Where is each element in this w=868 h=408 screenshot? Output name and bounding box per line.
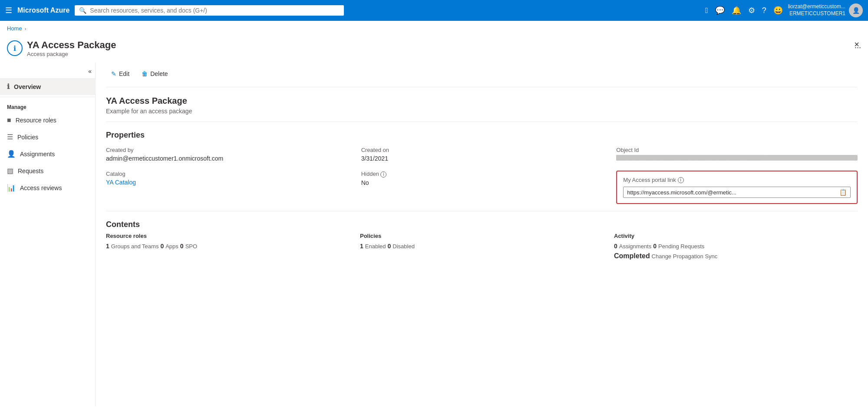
page-header-titles: YA Access Package Access package: [27, 39, 845, 57]
page-header: ℹ YA Access Package Access package ... ×: [0, 36, 868, 63]
page-header-icon: ℹ: [7, 40, 23, 56]
brand-name: Microsoft Azure: [17, 7, 69, 14]
edit-icon: ✎: [111, 70, 116, 77]
help-icon[interactable]: ?: [762, 6, 766, 15]
object-id-label: Object Id: [616, 147, 858, 153]
resource-description: Example for an access package: [106, 108, 858, 115]
search-bar: 🔍: [75, 5, 344, 16]
object-id-value: ████████████████████████████████████: [616, 155, 858, 161]
user-menu[interactable]: liorzat@ermeticcustom... ERMETICCUSTOMER…: [788, 3, 863, 17]
search-icon: 🔍: [79, 7, 86, 14]
assignments-icon: 👤: [7, 150, 16, 158]
contents-title: Contents: [106, 220, 858, 229]
hidden-label: Hidden i: [361, 171, 603, 178]
portal-link-info-icon[interactable]: i: [678, 177, 684, 183]
prop-created-on: Created on 3/31/2021: [361, 147, 603, 162]
breadcrumb-chevron: ›: [25, 26, 26, 31]
hidden-value: No: [361, 179, 603, 186]
rr-label-1: Groups and Teams: [111, 243, 159, 250]
delete-button[interactable]: 🗑 Delete: [136, 68, 173, 80]
prop-catalog: Catalog YA Catalog: [106, 171, 347, 204]
resource-roles-icon: ■: [7, 116, 11, 124]
access-reviews-icon: 📊: [7, 184, 16, 192]
sidebar-item-label-resource-roles: Resource roles: [16, 117, 56, 124]
notifications-icon[interactable]: 🔔: [732, 6, 741, 15]
contents-resource-roles: Resource roles 1 Groups and Teams 0 Apps…: [106, 233, 350, 260]
act-label-1: Assignments: [619, 243, 651, 250]
policies-icon: ☰: [7, 133, 13, 141]
rr-num-2: 0: [160, 243, 164, 250]
edit-button[interactable]: ✎ Edit: [106, 68, 135, 80]
act-label-2: Pending Requests: [658, 243, 704, 250]
properties-grid: Created by admin@ermeticcustomer1.onmicr…: [106, 147, 858, 204]
sidebar-item-label-access-reviews: Access reviews: [20, 184, 62, 191]
divider-1: [106, 122, 858, 122]
account-icon[interactable]: 😀: [773, 6, 783, 15]
sidebar-item-requests[interactable]: ▧ Requests: [0, 162, 95, 179]
contents-activity: Activity 0 Assignments 0 Pending Request…: [614, 233, 858, 260]
properties-title: Properties: [106, 131, 858, 140]
created-on-value: 3/31/2021: [361, 155, 603, 162]
rr-label-2: Apps: [165, 243, 178, 250]
sidebar-item-access-reviews[interactable]: 📊 Access reviews: [0, 179, 95, 196]
contents-section: Contents Resource roles 1 Groups and Tea…: [106, 220, 858, 260]
sidebar-collapse: «: [0, 66, 95, 78]
pol-label-2: Disabled: [393, 243, 415, 250]
catalog-label: Catalog: [106, 171, 347, 177]
sidebar-item-policies[interactable]: ☰ Policies: [0, 128, 95, 145]
portal-link-input[interactable]: [627, 189, 837, 196]
user-tenant: ERMETICCUSTOMER1: [788, 10, 845, 17]
copy-icon[interactable]: 📋: [839, 189, 847, 196]
main-content: ✎ Edit 🗑 Delete YA Access Package Exampl…: [96, 63, 868, 406]
sidebar: « ℹ Overview Manage ■ Resource roles ☰ P…: [0, 63, 96, 406]
created-on-label: Created on: [361, 147, 603, 153]
collapse-icon[interactable]: «: [88, 68, 92, 75]
breadcrumb-home[interactable]: Home: [7, 25, 22, 32]
sidebar-item-resource-roles[interactable]: ■ Resource roles: [0, 112, 95, 128]
sidebar-divider: [0, 97, 95, 97]
properties-section: Properties Created by admin@ermeticcusto…: [106, 131, 858, 204]
contents-policies-title: Policies: [360, 233, 604, 239]
created-by-label: Created by: [106, 147, 347, 153]
cloud-shell-icon[interactable]: : [705, 6, 708, 15]
sidebar-item-label-requests: Requests: [18, 168, 43, 174]
hidden-info-icon[interactable]: i: [380, 171, 386, 178]
portal-link-box: My Access portal link i 📋: [616, 171, 858, 204]
info-circle-icon: ℹ: [13, 44, 16, 53]
divider-2: [106, 211, 858, 211]
contents-activity-title: Activity: [614, 233, 858, 239]
contents-resource-roles-title: Resource roles: [106, 233, 350, 239]
close-button[interactable]: ×: [854, 39, 859, 49]
delete-label: Delete: [150, 70, 168, 77]
contents-grid: Resource roles 1 Groups and Teams 0 Apps…: [106, 233, 858, 260]
completed-sub: Change Propagation Sync: [652, 253, 718, 260]
sidebar-item-overview[interactable]: ℹ Overview: [0, 78, 95, 95]
user-avatar[interactable]: 👤: [849, 3, 863, 17]
prop-hidden: Hidden i No: [361, 171, 603, 204]
act-num-1: 0: [614, 243, 617, 250]
hamburger-menu[interactable]: ☰: [5, 6, 12, 15]
user-name: liorzat@ermeticcustom...: [788, 3, 845, 10]
portal-link-input-row: 📋: [623, 187, 851, 198]
act-num-2: 0: [653, 243, 657, 250]
prop-portal-link: My Access portal link i 📋: [616, 171, 858, 204]
search-input[interactable]: [90, 7, 340, 14]
delete-icon: 🗑: [142, 70, 148, 77]
created-by-value: admin@ermeticcustomer1.onmicrosoft.com: [106, 155, 347, 162]
contents-policies-stats: 1 Enabled 0 Disabled: [360, 243, 604, 250]
breadcrumb: Home ›: [0, 21, 868, 36]
sidebar-item-assignments[interactable]: 👤 Assignments: [0, 145, 95, 162]
main-layout: « ℹ Overview Manage ■ Resource roles ☰ P…: [0, 63, 868, 406]
rr-label-3: SPO: [185, 243, 197, 250]
pol-label-1: Enabled: [365, 243, 386, 250]
settings-icon[interactable]: ⚙: [748, 6, 755, 15]
catalog-value[interactable]: YA Catalog: [106, 179, 136, 186]
feedback-icon[interactable]: 💬: [715, 6, 725, 15]
sidebar-item-label-policies: Policies: [17, 134, 38, 141]
activity-completed-row: Completed Change Propagation Sync: [614, 252, 858, 260]
pol-num-1: 1: [360, 243, 363, 250]
sidebar-item-label-assignments: Assignments: [20, 151, 55, 158]
contents-activity-stats: 0 Assignments 0 Pending Requests: [614, 243, 858, 250]
rr-num-3: 0: [180, 243, 184, 250]
resource-name: YA Access Package: [106, 96, 858, 106]
